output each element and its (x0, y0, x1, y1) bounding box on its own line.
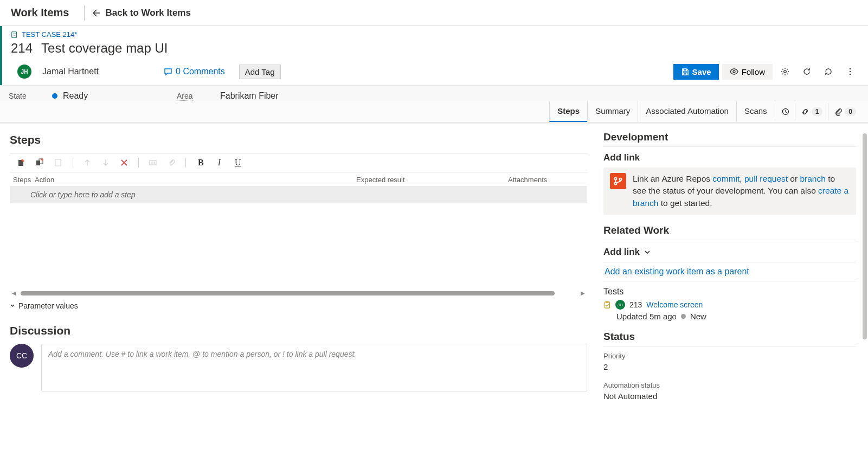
toolbar-separator (73, 158, 73, 168)
test-updated: Updated 5m ago (616, 312, 677, 321)
horizontal-scrollbar[interactable]: ◀ ▶ (10, 290, 587, 296)
save-label: Save (692, 67, 711, 76)
add-parent-link[interactable]: Add an existing work item as a parent (603, 262, 856, 281)
area-value[interactable]: Fabrikam Fiber (220, 91, 279, 101)
breadcrumb-label: TEST CASE 214* (22, 30, 77, 38)
follow-label: Follow (742, 67, 765, 76)
related-add-link-dropdown[interactable]: Add link (603, 246, 856, 259)
back-to-work-items-link[interactable]: Back to Work Items (91, 8, 190, 18)
follow-button[interactable]: Follow (722, 64, 773, 80)
move-down-icon[interactable] (101, 158, 110, 167)
tab-scans[interactable]: Scans (736, 101, 775, 122)
refresh-icon (802, 67, 811, 76)
underline-button[interactable]: U (233, 158, 243, 168)
vertical-scrollbar[interactable] (863, 133, 867, 339)
col-expected: Expected result (356, 176, 508, 184)
tab-history[interactable] (775, 103, 795, 120)
attachments-badge: 0 (845, 107, 856, 116)
branch-icon (610, 173, 626, 189)
svg-point-3 (850, 68, 851, 69)
test-case-icon (11, 31, 18, 38)
tests-heading: Tests (603, 287, 856, 297)
state-dot-icon (681, 314, 686, 319)
insert-shared-step-icon[interactable] (36, 158, 44, 167)
create-shared-steps-icon[interactable] (54, 158, 63, 167)
italic-button[interactable]: I (216, 158, 223, 168)
breadcrumb[interactable]: TEST CASE 214* (2, 26, 868, 40)
links-badge: 1 (812, 107, 823, 116)
history-icon (781, 107, 789, 116)
steps-heading: Steps (10, 133, 587, 146)
more-actions-button[interactable] (841, 62, 859, 81)
test-state: New (690, 312, 706, 321)
work-item-title[interactable]: Test coverage map UI (41, 41, 168, 56)
eye-icon (730, 67, 738, 76)
tab-attachments[interactable]: 0 (828, 103, 861, 120)
dev-text: or (788, 174, 800, 183)
svg-point-13 (614, 182, 616, 184)
params-label: Parameter values (18, 301, 78, 310)
assignee-avatar[interactable]: JH (17, 65, 31, 79)
test-title-link[interactable]: Welcome screen (646, 300, 703, 309)
refresh-button[interactable] (798, 62, 816, 81)
dev-add-link[interactable]: Add link (603, 152, 856, 163)
back-label: Back to Work Items (105, 8, 190, 18)
bold-button[interactable]: B (196, 158, 206, 168)
steps-toolbar: B I U (10, 153, 587, 172)
commit-link[interactable]: commit (712, 174, 740, 183)
related-work-heading: Related Work (603, 224, 856, 240)
branch-link[interactable]: branch (800, 174, 825, 183)
insert-param-icon[interactable] (149, 158, 157, 167)
scroll-left-icon[interactable]: ◀ (10, 290, 18, 296)
state-dot-icon (52, 93, 57, 99)
add-step-input[interactable]: Click or type here to add a step (10, 186, 587, 203)
automation-status-value[interactable]: Not Automated (603, 389, 856, 405)
insert-step-icon[interactable] (17, 158, 26, 167)
svg-point-5 (850, 74, 851, 75)
tab-associated-automation[interactable]: Associated Automation (638, 101, 736, 122)
add-link-label: Add link (603, 247, 640, 258)
test-avatar: JH (615, 300, 625, 310)
gear-icon (781, 67, 789, 76)
add-tag-button[interactable]: Add Tag (239, 65, 281, 79)
tab-summary[interactable]: Summary (587, 101, 638, 122)
scroll-right-icon[interactable]: ▶ (578, 290, 587, 296)
priority-value[interactable]: 2 (603, 360, 856, 376)
undo-icon (824, 67, 833, 76)
tab-steps[interactable]: Steps (549, 101, 587, 122)
undo-button[interactable] (819, 62, 838, 81)
comment-icon (164, 67, 172, 76)
area-label: Area (177, 92, 220, 100)
state-label: State (9, 92, 52, 100)
dev-text: , (740, 174, 744, 183)
svg-point-1 (733, 70, 735, 73)
settings-button[interactable] (776, 62, 794, 81)
move-up-icon[interactable] (83, 158, 92, 167)
scroll-thumb[interactable] (863, 133, 867, 339)
save-button[interactable]: Save (673, 64, 719, 80)
attachment-icon (834, 107, 843, 116)
delete-icon[interactable] (120, 158, 128, 167)
scroll-thumb[interactable] (21, 291, 555, 295)
comments-link[interactable]: 0 Comments (164, 67, 225, 76)
svg-point-4 (850, 71, 851, 72)
svg-rect-0 (12, 31, 17, 37)
parameter-values-toggle[interactable]: Parameter values (10, 301, 587, 310)
pull-request-link[interactable]: pull request (744, 174, 788, 183)
current-user-avatar: CC (10, 344, 34, 368)
automation-status-label: Automation status (603, 381, 856, 389)
priority-label: Priority (603, 352, 856, 360)
toolbar-separator (138, 158, 139, 168)
col-attachments: Attachments (508, 176, 584, 184)
comments-count: 0 Comments (176, 67, 225, 76)
comment-input[interactable]: Add a comment. Use # to link a work item… (41, 344, 587, 391)
related-test-item[interactable]: JH 213 Welcome screen (603, 300, 856, 310)
tab-links[interactable]: 1 (795, 103, 828, 120)
attach-icon[interactable] (167, 158, 176, 167)
development-info-box: Link an Azure Repos commit, pull request… (603, 168, 856, 215)
divider (84, 5, 85, 21)
assignee-name[interactable]: Jamal Hartnett (42, 67, 99, 76)
state-value[interactable]: Ready (63, 91, 88, 101)
arrow-left-icon (91, 9, 100, 17)
toolbar-separator (185, 158, 186, 168)
